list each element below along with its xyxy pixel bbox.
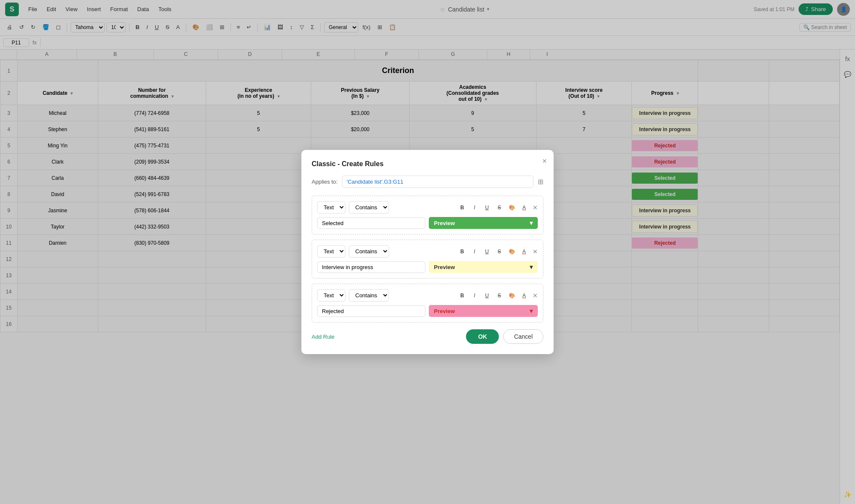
rule-1-underline-btn[interactable]: U xyxy=(481,202,492,213)
rule-1-font-color-btn[interactable]: A xyxy=(519,202,530,213)
rule-3-condition-select[interactable]: Contains xyxy=(349,289,389,302)
rule-3-bottom: Preview ▾ xyxy=(317,305,538,317)
rule-2-bottom: Preview ▾ xyxy=(317,261,538,273)
rule-2-preview-chevron: ▾ xyxy=(530,264,533,270)
rule-1-fill-btn[interactable]: 🎨 xyxy=(506,202,517,213)
rule-row-1: Text Contains B I U S 🎨 A ✕ Prev xyxy=(312,196,543,234)
add-rule-link[interactable]: Add Rule xyxy=(312,334,334,340)
rule-1-preview-button[interactable]: Preview ▾ xyxy=(429,217,538,229)
rule-1-value-input[interactable] xyxy=(317,217,425,229)
rule-2-format-toolbar: B I U S 🎨 A ✕ xyxy=(457,246,538,257)
modal-title: Classic - Create Rules xyxy=(312,160,543,168)
rule-2-strike-btn[interactable]: S xyxy=(494,246,505,257)
modal-overlay: Classic - Create Rules × Applies to: ⊞ T… xyxy=(0,0,855,504)
rule-3-underline-btn[interactable]: U xyxy=(481,290,492,301)
footer-buttons: OK Cancel xyxy=(466,329,543,344)
applies-label: Applies to: xyxy=(312,179,338,185)
create-rules-modal: Classic - Create Rules × Applies to: ⊞ T… xyxy=(301,150,554,354)
rule-row-2: Text Contains B I U S 🎨 A ✕ Prev xyxy=(312,240,543,278)
rule-1-bold-btn[interactable]: B xyxy=(457,202,468,213)
ok-button[interactable]: OK xyxy=(466,329,499,344)
rule-3-controls: Text Contains B I U S 🎨 A ✕ xyxy=(317,289,538,302)
rule-2-condition-select[interactable]: Contains xyxy=(349,245,389,258)
rule-3-font-color-btn[interactable]: A xyxy=(519,290,530,301)
rule-2-font-color-btn[interactable]: A xyxy=(519,246,530,257)
rule-3-value-input[interactable] xyxy=(317,305,425,317)
rule-1-format-toolbar: B I U S 🎨 A ✕ xyxy=(457,202,538,213)
applies-range-input[interactable] xyxy=(342,176,534,188)
rule-2-controls: Text Contains B I U S 🎨 A ✕ xyxy=(317,245,538,258)
cancel-button[interactable]: Cancel xyxy=(503,329,543,344)
applies-to-row: Applies to: ⊞ xyxy=(312,176,543,188)
grid-select-icon[interactable]: ⊞ xyxy=(538,178,543,186)
rule-2-delete-btn[interactable]: ✕ xyxy=(533,248,538,255)
rule-3-bold-btn[interactable]: B xyxy=(457,290,468,301)
rule-3-strike-btn[interactable]: S xyxy=(494,290,505,301)
modal-close-button[interactable]: × xyxy=(542,157,547,166)
rule-2-preview-button[interactable]: Preview ▾ xyxy=(429,261,538,273)
rule-1-condition-select[interactable]: Contains xyxy=(349,201,389,214)
rule-1-italic-btn[interactable]: I xyxy=(469,202,480,213)
rule-3-preview-chevron: ▾ xyxy=(530,308,533,314)
rule-1-delete-btn[interactable]: ✕ xyxy=(533,204,538,211)
rule-3-format-toolbar: B I U S 🎨 A ✕ xyxy=(457,290,538,301)
rule-1-controls: Text Contains B I U S 🎨 A ✕ xyxy=(317,201,538,214)
rule-1-preview-chevron: ▾ xyxy=(530,220,533,226)
rule-2-italic-btn[interactable]: I xyxy=(469,246,480,257)
rule-1-type-select[interactable]: Text xyxy=(317,201,345,214)
modal-footer: Add Rule OK Cancel xyxy=(312,329,543,344)
rule-3-preview-button[interactable]: Preview ▾ xyxy=(429,305,538,317)
rule-2-type-select[interactable]: Text xyxy=(317,245,345,258)
rule-3-type-select[interactable]: Text xyxy=(317,289,345,302)
rule-2-underline-btn[interactable]: U xyxy=(481,246,492,257)
rule-2-bold-btn[interactable]: B xyxy=(457,246,468,257)
rule-2-fill-btn[interactable]: 🎨 xyxy=(506,246,517,257)
rule-2-value-input[interactable] xyxy=(317,261,425,273)
rule-row-3: Text Contains B I U S 🎨 A ✕ Prev xyxy=(312,284,543,322)
rule-1-strike-btn[interactable]: S xyxy=(494,202,505,213)
rule-1-bottom: Preview ▾ xyxy=(317,217,538,229)
rule-3-italic-btn[interactable]: I xyxy=(469,290,480,301)
rule-3-delete-btn[interactable]: ✕ xyxy=(533,292,538,299)
rule-3-fill-btn[interactable]: 🎨 xyxy=(506,290,517,301)
